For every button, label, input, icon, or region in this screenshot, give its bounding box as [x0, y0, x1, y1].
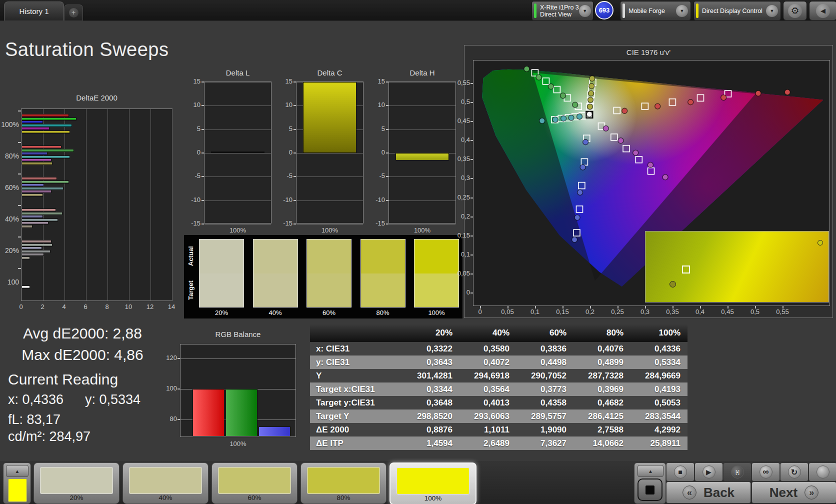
refresh-icon: ↻ — [788, 466, 801, 478]
red-measured-marker — [688, 100, 694, 105]
);[interactable] — [22, 190, 52, 193]
grid-line — [389, 224, 456, 224]
refresh-button[interactable]: ↻ — [780, 462, 808, 482]
);[interactable] — [22, 187, 64, 190]
y-tick-label: -5 — [366, 172, 385, 180]
pattern-button-20[interactable]: 20% — [34, 462, 120, 504]
);[interactable] — [22, 244, 52, 246]
cie-y-tick-label: 0,35 — [449, 155, 470, 162]
target-row-label: Target — [187, 274, 194, 308]
);[interactable] — [22, 114, 69, 117]
add-tab-button[interactable]: + — [64, 4, 83, 20]
continuous-measure-button[interactable]: ∞ — [752, 462, 780, 482]
grid-line — [86, 109, 86, 300]
);[interactable] — [22, 158, 52, 162]
record-button[interactable] — [808, 462, 836, 482]
bar — [226, 389, 258, 436]
axis-tick — [202, 176, 204, 177]
bar — [303, 82, 356, 153]
);[interactable] — [22, 120, 43, 124]
table-cell: 293,6063 — [460, 410, 516, 423]
);[interactable] — [22, 184, 44, 186]
y-tick-label: 10 — [274, 101, 292, 108]
);[interactable] — [22, 286, 30, 288]
grid-line — [204, 130, 271, 130]
swatch-label: 60% — [302, 309, 356, 316]
collapse-panel-button[interactable]: ◀ — [809, 1, 836, 20]
pattern-button-60[interactable]: 60% — [212, 462, 298, 504]
red-measured-marker — [721, 95, 726, 100]
axis-tick — [562, 306, 564, 308]
tab-history-1[interactable]: History 1 — [4, 2, 64, 20]
);[interactable] — [22, 146, 62, 148]
chevron-left-icon: ◀ — [816, 4, 830, 18]
table-column-header: 40% — [460, 324, 516, 342]
x-tick-label: 6 — [78, 303, 93, 310]
magenta-measured-marker — [633, 150, 638, 156]
meter-dropdown[interactable]: X-Rite i1Pro 3 Direct View ▼ — [532, 1, 594, 20]
axis-tick — [470, 159, 473, 160]
pattern-window-expand-button[interactable]: ▲ — [6, 465, 28, 477]
delta-chart — [296, 82, 364, 224]
x-tick-label: 10 — [121, 303, 136, 310]
);[interactable] — [22, 250, 50, 253]
);[interactable] — [22, 118, 76, 120]
meter-panel-expand-button[interactable]: ▲ — [638, 465, 664, 477]
current-pattern-swatch[interactable] — [8, 478, 27, 502]
table-row-label: Y — [310, 369, 402, 382]
table-cell: 0,4498 — [516, 356, 574, 369]
axis-tick — [700, 306, 701, 308]
y-tick-label: 0 — [366, 148, 385, 156]
play-button[interactable]: ▶ — [694, 462, 723, 482]
cie-y-tick-label: 0,5 — [449, 98, 470, 106]
);[interactable] — [22, 149, 74, 152]
);[interactable] — [22, 253, 44, 256]
axis-tick — [386, 224, 388, 224]
);[interactable] — [22, 212, 62, 215]
next-button[interactable]: Next » — [752, 482, 836, 504]
table-cell: 1,1011 — [460, 423, 516, 436]
pattern-button-80[interactable]: 80% — [300, 462, 386, 504]
table-cell: 0,4358 — [516, 396, 574, 410]
back-button[interactable]: « Back — [666, 482, 751, 504]
);[interactable] — [22, 256, 30, 260]
settings-button[interactable]: ⚙ — [783, 1, 807, 20]
);[interactable] — [22, 180, 69, 184]
);[interactable] — [22, 215, 43, 218]
stop-button[interactable]: ■ — [666, 462, 694, 482]
);[interactable] — [22, 127, 50, 130]
table-cell: 0,4899 — [574, 356, 630, 369]
pattern-button-100[interactable]: 100% — [390, 462, 476, 504]
);[interactable] — [22, 156, 70, 158]
);[interactable] — [22, 177, 57, 180]
);[interactable] — [22, 240, 52, 243]
);[interactable] — [22, 152, 48, 155]
table-cell: 0,3643 — [402, 356, 460, 369]
);[interactable] — [22, 246, 42, 250]
table-row: x: CIE310,33220,35800,38360,40760,4336 — [310, 342, 688, 356]
);[interactable] — [22, 194, 43, 196]
axis-tick — [470, 140, 473, 141]
);[interactable] — [22, 208, 56, 212]
grid-line — [204, 106, 271, 106]
);[interactable] — [22, 222, 48, 224]
axis-tick — [294, 152, 296, 154]
workflow-dropdown[interactable]: Direct Display Control ▼ — [694, 1, 781, 20]
);[interactable] — [22, 225, 32, 228]
table-row-label: ΔE ITP — [310, 436, 402, 450]
group-label: 100 — [0, 278, 19, 286]
);[interactable] — [22, 124, 72, 127]
actual-swatch — [200, 240, 244, 274]
table-cell: 0,4682 — [574, 396, 630, 410]
stop-measure-button[interactable] — [638, 478, 662, 501]
);[interactable] — [22, 218, 58, 222]
pattern-button-label: 40% — [123, 494, 208, 502]
delta-chart-title: Delta L — [194, 68, 282, 77]
);[interactable] — [22, 130, 70, 134]
measure-once-button[interactable]: [▪] — [723, 462, 752, 482]
source-dropdown[interactable]: Mobile Forge ▼ — [620, 1, 691, 20]
y-tick-label: 80 — [158, 415, 177, 422]
);[interactable] — [22, 162, 52, 165]
pattern-button-40[interactable]: 40% — [122, 462, 208, 504]
blue-measured-marker — [580, 164, 586, 170]
